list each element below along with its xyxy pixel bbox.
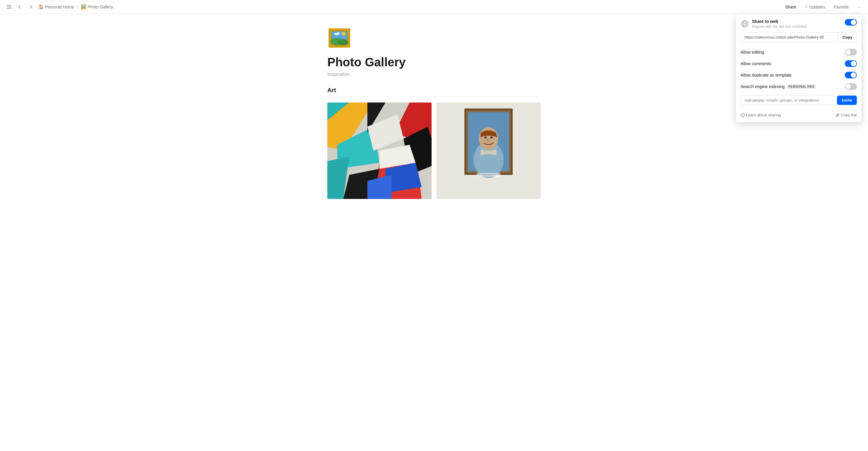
topbar-right: Share ✓ Updates Favorite ··· bbox=[783, 3, 863, 10]
search-engine-toggle[interactable] bbox=[845, 83, 857, 90]
share-web-row: Share to web Anyone with the link can co… bbox=[741, 19, 857, 29]
allow-editing-row: Allow editing bbox=[741, 47, 857, 58]
back-button[interactable] bbox=[16, 3, 24, 11]
gallery-item-abstract[interactable] bbox=[327, 102, 432, 199]
allow-comments-label: Allow comments bbox=[741, 61, 771, 66]
share-web-title: Share to web bbox=[752, 19, 807, 24]
updates-button[interactable]: ✓ Updates bbox=[803, 3, 828, 10]
photo-gallery-emoji: 🖼️ bbox=[81, 4, 86, 9]
svg-rect-25 bbox=[479, 176, 491, 176]
section-divider bbox=[327, 96, 541, 96]
page-title: Photo Gallery bbox=[327, 55, 541, 69]
updates-label: Updates bbox=[809, 4, 825, 9]
svg-rect-2 bbox=[7, 8, 11, 9]
svg-point-22 bbox=[490, 137, 493, 139]
svg-rect-0 bbox=[7, 5, 11, 6]
photo-gallery-label: Photo Gallery bbox=[87, 4, 113, 9]
page-subtitle: Inspiration bbox=[327, 72, 541, 77]
breadcrumb-personal-home[interactable]: 🏠 Personal Home bbox=[37, 4, 75, 10]
allow-comments-toggle[interactable] bbox=[845, 60, 857, 67]
gallery-grid bbox=[327, 102, 541, 199]
breadcrumb-separator: / bbox=[77, 4, 79, 9]
allow-editing-label: Allow editing bbox=[741, 50, 764, 55]
search-engine-label: Search engine indexing PERSONAL PRO bbox=[741, 84, 816, 89]
invite-button[interactable]: Invite bbox=[837, 96, 857, 105]
page-icon bbox=[327, 26, 351, 50]
share-button[interactable]: Share bbox=[783, 3, 799, 10]
forward-button[interactable] bbox=[27, 3, 35, 11]
breadcrumb: 🏠 Personal Home / 🖼️ Photo Gallery bbox=[37, 4, 114, 10]
allow-duplicate-row: Allow duplicate as template bbox=[741, 69, 857, 81]
allow-editing-toggle-slider bbox=[845, 49, 857, 56]
search-engine-row: Search engine indexing PERSONAL PRO bbox=[741, 81, 857, 92]
breadcrumb-photo-gallery[interactable]: 🖼️ Photo Gallery bbox=[80, 4, 114, 10]
allow-duplicate-toggle[interactable] bbox=[845, 72, 857, 79]
svg-point-21 bbox=[484, 137, 487, 139]
share-web-toggle-slider bbox=[845, 19, 857, 26]
svg-text:?: ? bbox=[742, 114, 743, 117]
main-content: Photo Gallery Inspiration Art bbox=[299, 14, 569, 211]
copy-url-button[interactable]: Copy bbox=[838, 33, 857, 42]
question-icon: ? bbox=[741, 113, 745, 117]
share-footer: ? Learn about sharing Copy link bbox=[741, 110, 857, 117]
topbar: 🏠 Personal Home / 🖼️ Photo Gallery Share… bbox=[0, 0, 868, 14]
personal-home-label: Personal Home bbox=[45, 4, 74, 9]
svg-rect-24 bbox=[479, 174, 498, 175]
globe-icon bbox=[741, 20, 749, 28]
updates-check-icon: ✓ bbox=[805, 4, 808, 9]
link-icon bbox=[835, 113, 840, 117]
allow-duplicate-label: Allow duplicate as template bbox=[741, 73, 792, 78]
topbar-left: 🏠 Personal Home / 🖼️ Photo Gallery bbox=[5, 3, 783, 11]
more-options-button[interactable]: ··· bbox=[855, 3, 863, 10]
svg-point-9 bbox=[342, 32, 345, 36]
pro-badge: PERSONAL PRO bbox=[787, 84, 816, 89]
personal-home-emoji: 🏠 bbox=[38, 4, 44, 9]
share-url: https://notionmuo.notion.site/Photo-Gall… bbox=[741, 33, 838, 42]
url-row: https://notionmuo.notion.site/Photo-Gall… bbox=[741, 32, 857, 42]
section-art-title: Art bbox=[327, 87, 541, 94]
learn-sharing-link[interactable]: ? Learn about sharing bbox=[741, 113, 781, 117]
allow-duplicate-toggle-slider bbox=[845, 72, 857, 79]
svg-point-11 bbox=[336, 32, 340, 35]
share-dropdown: Share to web Anyone with the link can co… bbox=[735, 14, 862, 122]
share-web-subtitle: Anyone with the link can comment bbox=[752, 24, 807, 29]
svg-point-8 bbox=[338, 39, 348, 45]
search-engine-toggle-slider bbox=[845, 83, 857, 90]
copy-link-link[interactable]: Copy link bbox=[835, 113, 857, 117]
share-web-info: Share to web Anyone with the link can co… bbox=[741, 19, 807, 29]
allow-comments-row: Allow comments bbox=[741, 58, 857, 69]
allow-editing-toggle[interactable] bbox=[845, 49, 857, 56]
menu-button[interactable] bbox=[5, 3, 13, 11]
allow-comments-toggle-slider bbox=[845, 60, 857, 67]
favorite-button[interactable]: Favorite bbox=[831, 3, 851, 10]
svg-rect-1 bbox=[7, 7, 11, 7]
gallery-item-portrait[interactable] bbox=[436, 102, 541, 199]
share-web-text: Share to web Anyone with the link can co… bbox=[752, 19, 807, 29]
invite-input[interactable] bbox=[741, 95, 835, 105]
share-to-web-toggle[interactable] bbox=[845, 19, 857, 26]
invite-row: Invite bbox=[741, 95, 857, 105]
